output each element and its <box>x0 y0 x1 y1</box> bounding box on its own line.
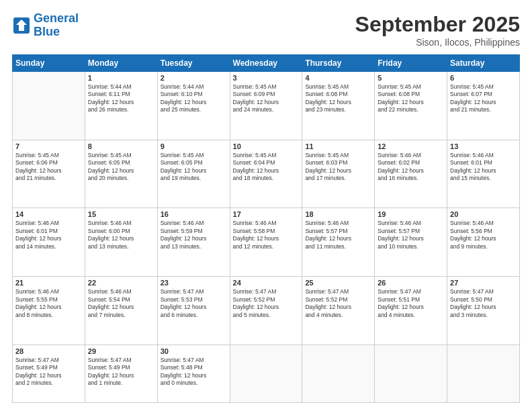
calendar-cell: 7Sunrise: 5:45 AM Sunset: 6:06 PM Daylig… <box>13 140 85 208</box>
day-number: 17 <box>233 210 300 218</box>
calendar-cell: 1Sunrise: 5:44 AM Sunset: 6:11 PM Daylig… <box>85 72 157 140</box>
calendar-week-row: 28Sunrise: 5:47 AM Sunset: 5:49 PM Dayli… <box>13 345 520 402</box>
day-number: 20 <box>450 210 517 218</box>
day-number: 30 <box>161 347 227 355</box>
calendar-cell: 2Sunrise: 5:44 AM Sunset: 6:10 PM Daylig… <box>157 72 230 140</box>
day-number: 15 <box>88 210 154 218</box>
day-info: Sunrise: 5:45 AM Sunset: 6:05 PM Dayligh… <box>161 152 227 183</box>
day-info: Sunrise: 5:46 AM Sunset: 5:58 PM Dayligh… <box>233 220 300 250</box>
calendar-cell: 15Sunrise: 5:46 AM Sunset: 6:00 PM Dayli… <box>85 208 157 277</box>
calendar-cell: 8Sunrise: 5:45 AM Sunset: 6:05 PM Daylig… <box>85 140 157 208</box>
day-number: 12 <box>378 142 444 150</box>
day-info: Sunrise: 5:45 AM Sunset: 6:09 PM Dayligh… <box>233 83 300 114</box>
day-info: Sunrise: 5:47 AM Sunset: 5:49 PM Dayligh… <box>15 357 82 387</box>
calendar-cell: 18Sunrise: 5:46 AM Sunset: 5:57 PM Dayli… <box>302 208 375 277</box>
location: Sison, Ilocos, Philippines <box>355 37 520 48</box>
day-info: Sunrise: 5:45 AM Sunset: 6:08 PM Dayligh… <box>378 83 444 114</box>
day-number: 16 <box>161 210 227 218</box>
calendar-cell: 26Sunrise: 5:47 AM Sunset: 5:51 PM Dayli… <box>375 277 447 345</box>
calendar-cell: 19Sunrise: 5:46 AM Sunset: 5:57 PM Dayli… <box>375 208 447 277</box>
day-number: 14 <box>15 210 82 218</box>
day-info: Sunrise: 5:45 AM Sunset: 6:06 PM Dayligh… <box>15 152 82 183</box>
day-info: Sunrise: 5:46 AM Sunset: 6:01 PM Dayligh… <box>15 220 82 250</box>
calendar-cell: 27Sunrise: 5:47 AM Sunset: 5:50 PM Dayli… <box>447 277 520 345</box>
logo-icon <box>12 16 31 35</box>
day-number: 8 <box>88 142 154 150</box>
day-info: Sunrise: 5:44 AM Sunset: 6:11 PM Dayligh… <box>88 83 154 114</box>
day-number: 19 <box>378 210 444 218</box>
page: General Blue September 2025 Sison, Iloco… <box>0 0 532 411</box>
calendar-cell: 4Sunrise: 5:45 AM Sunset: 6:08 PM Daylig… <box>302 72 375 140</box>
day-info: Sunrise: 5:46 AM Sunset: 6:02 PM Dayligh… <box>378 152 444 183</box>
calendar-cell: 9Sunrise: 5:45 AM Sunset: 6:05 PM Daylig… <box>157 140 230 208</box>
day-info: Sunrise: 5:47 AM Sunset: 5:52 PM Dayligh… <box>233 288 300 319</box>
weekday-header-thursday: Thursday <box>302 55 375 72</box>
calendar-cell: 5Sunrise: 5:45 AM Sunset: 6:08 PM Daylig… <box>375 72 447 140</box>
calendar-week-row: 21Sunrise: 5:46 AM Sunset: 5:55 PM Dayli… <box>13 277 520 345</box>
day-info: Sunrise: 5:45 AM Sunset: 6:04 PM Dayligh… <box>233 152 300 183</box>
calendar-table: SundayMondayTuesdayWednesdayThursdayFrid… <box>12 54 520 403</box>
day-number: 3 <box>233 74 300 82</box>
calendar-header-row: SundayMondayTuesdayWednesdayThursdayFrid… <box>13 55 520 72</box>
day-number: 27 <box>450 279 517 287</box>
calendar-cell: 25Sunrise: 5:47 AM Sunset: 5:52 PM Dayli… <box>302 277 375 345</box>
day-info: Sunrise: 5:46 AM Sunset: 5:56 PM Dayligh… <box>450 220 517 250</box>
day-info: Sunrise: 5:45 AM Sunset: 6:08 PM Dayligh… <box>305 83 371 114</box>
day-number: 11 <box>305 142 371 150</box>
calendar-cell <box>375 345 447 402</box>
calendar-cell: 6Sunrise: 5:45 AM Sunset: 6:07 PM Daylig… <box>447 72 520 140</box>
day-number: 6 <box>450 74 517 82</box>
calendar-cell: 10Sunrise: 5:45 AM Sunset: 6:04 PM Dayli… <box>230 140 302 208</box>
calendar-cell <box>13 72 85 140</box>
day-number: 4 <box>305 74 371 82</box>
day-number: 21 <box>15 279 82 287</box>
weekday-header-wednesday: Wednesday <box>230 55 302 72</box>
calendar-cell <box>302 345 375 402</box>
logo-line1: General <box>34 11 79 25</box>
calendar-cell: 21Sunrise: 5:46 AM Sunset: 5:55 PM Dayli… <box>13 277 85 345</box>
calendar-cell <box>230 345 302 402</box>
calendar-cell: 12Sunrise: 5:46 AM Sunset: 6:02 PM Dayli… <box>375 140 447 208</box>
logo-line2: Blue <box>34 25 60 38</box>
day-number: 23 <box>161 279 227 287</box>
day-number: 29 <box>88 347 154 355</box>
weekday-header-tuesday: Tuesday <box>157 55 230 72</box>
month-title: September 2025 <box>355 12 520 37</box>
day-number: 25 <box>305 279 371 287</box>
calendar-cell: 3Sunrise: 5:45 AM Sunset: 6:09 PM Daylig… <box>230 72 302 140</box>
calendar-cell: 17Sunrise: 5:46 AM Sunset: 5:58 PM Dayli… <box>230 208 302 277</box>
calendar-cell: 24Sunrise: 5:47 AM Sunset: 5:52 PM Dayli… <box>230 277 302 345</box>
weekday-header-sunday: Sunday <box>13 55 85 72</box>
calendar-cell: 11Sunrise: 5:45 AM Sunset: 6:03 PM Dayli… <box>302 140 375 208</box>
day-info: Sunrise: 5:44 AM Sunset: 6:10 PM Dayligh… <box>161 83 227 114</box>
calendar-cell: 13Sunrise: 5:46 AM Sunset: 6:01 PM Dayli… <box>447 140 520 208</box>
weekday-header-saturday: Saturday <box>447 55 520 72</box>
calendar-cell: 28Sunrise: 5:47 AM Sunset: 5:49 PM Dayli… <box>13 345 85 402</box>
logo: General Blue <box>12 12 79 39</box>
day-info: Sunrise: 5:47 AM Sunset: 5:51 PM Dayligh… <box>378 288 444 319</box>
calendar-cell: 23Sunrise: 5:47 AM Sunset: 5:53 PM Dayli… <box>157 277 230 345</box>
day-number: 10 <box>233 142 300 150</box>
day-info: Sunrise: 5:46 AM Sunset: 5:55 PM Dayligh… <box>15 288 82 319</box>
day-info: Sunrise: 5:47 AM Sunset: 5:49 PM Dayligh… <box>88 357 154 387</box>
day-info: Sunrise: 5:46 AM Sunset: 5:54 PM Dayligh… <box>88 288 154 319</box>
day-number: 18 <box>305 210 371 218</box>
calendar-week-row: 14Sunrise: 5:46 AM Sunset: 6:01 PM Dayli… <box>13 208 520 277</box>
calendar-cell: 29Sunrise: 5:47 AM Sunset: 5:49 PM Dayli… <box>85 345 157 402</box>
day-info: Sunrise: 5:46 AM Sunset: 5:57 PM Dayligh… <box>378 220 444 250</box>
day-info: Sunrise: 5:46 AM Sunset: 6:01 PM Dayligh… <box>450 152 517 183</box>
header: General Blue September 2025 Sison, Iloco… <box>12 12 520 48</box>
day-number: 2 <box>161 74 227 82</box>
logo-text: General Blue <box>34 12 79 39</box>
day-info: Sunrise: 5:47 AM Sunset: 5:48 PM Dayligh… <box>161 357 227 387</box>
day-number: 5 <box>378 74 444 82</box>
day-number: 9 <box>161 142 227 150</box>
day-number: 7 <box>15 142 82 150</box>
day-info: Sunrise: 5:47 AM Sunset: 5:50 PM Dayligh… <box>450 288 517 319</box>
day-info: Sunrise: 5:46 AM Sunset: 6:00 PM Dayligh… <box>88 220 154 250</box>
day-info: Sunrise: 5:47 AM Sunset: 5:52 PM Dayligh… <box>305 288 371 319</box>
day-info: Sunrise: 5:45 AM Sunset: 6:03 PM Dayligh… <box>305 152 371 183</box>
calendar-week-row: 7Sunrise: 5:45 AM Sunset: 6:06 PM Daylig… <box>13 140 520 208</box>
day-info: Sunrise: 5:45 AM Sunset: 6:07 PM Dayligh… <box>450 83 517 114</box>
day-info: Sunrise: 5:46 AM Sunset: 5:59 PM Dayligh… <box>161 220 227 250</box>
